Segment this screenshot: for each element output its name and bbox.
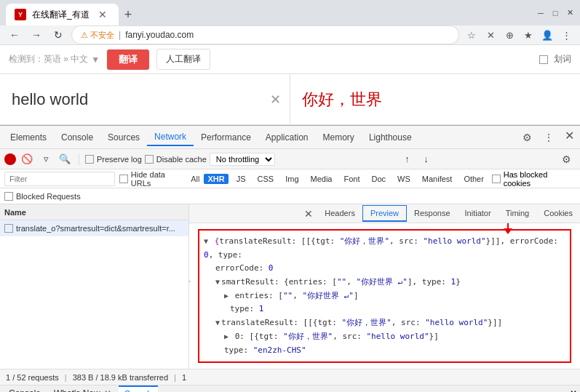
tab-headers[interactable]: Headers	[317, 206, 362, 222]
new-tab-button[interactable]: +	[119, 4, 138, 25]
expand-icon-3[interactable]: ▶	[224, 289, 229, 302]
back-button[interactable]: ←	[6, 26, 23, 44]
search-icon[interactable]: 🔍	[57, 151, 73, 167]
upload-download-icons: ↑ ↓	[399, 151, 434, 167]
filter-css[interactable]: CSS	[254, 174, 278, 184]
detail-close-button[interactable]: ✕	[300, 208, 317, 220]
profile-icon[interactable]: 👤	[539, 27, 555, 43]
filter-input[interactable]	[4, 172, 115, 186]
close-button[interactable]: ✕	[565, 9, 574, 17]
tab-cookies[interactable]: Cookies	[536, 206, 580, 222]
devtools-panel: Elements Console Sources Network Perform…	[0, 125, 580, 385]
filter-font[interactable]: Font	[340, 174, 363, 184]
preview-line-8: type: "en2zh-CHS"	[204, 344, 565, 358]
bottom-tab-search[interactable]: Search	[119, 385, 158, 392]
server-annotation: 服务器响应内容	[189, 274, 191, 289]
tab-preview[interactable]: Preview	[362, 205, 407, 222]
throttle-select[interactable]: No throttling	[210, 153, 275, 166]
devtools-more-icon[interactable]: ⋮	[540, 129, 557, 146]
human-translate-button[interactable]: 人工翻译	[156, 49, 210, 70]
tab-initiator[interactable]: Initiator	[458, 206, 498, 222]
clear-button[interactable]: ✕	[270, 92, 281, 108]
translate-output: 你好，世界	[290, 74, 580, 124]
download-icon[interactable]: ↓	[418, 151, 434, 167]
filter-all-label[interactable]: All	[191, 175, 199, 183]
blocked-requests-label: Blocked Requests	[16, 192, 81, 201]
whats-new-close[interactable]: ✕	[104, 388, 111, 392]
maximize-button[interactable]: □	[551, 9, 560, 17]
has-blocked-label: Has blocked cookies	[504, 170, 576, 188]
extension3-icon[interactable]: ★	[520, 27, 536, 43]
expand-icon-2[interactable]: ▼	[215, 276, 220, 288]
record-button[interactable]	[4, 153, 16, 165]
tab-response[interactable]: Response	[407, 206, 458, 222]
url-input[interactable]: ⚠ 不安全 | fanyi.youdao.com	[71, 25, 459, 44]
extension2-icon[interactable]: ⊕	[501, 27, 517, 43]
filter-js[interactable]: JS	[233, 174, 250, 184]
filter-media[interactable]: Media	[307, 174, 336, 184]
request-item[interactable]: translate_o?smartresult=dict&smartresult…	[0, 220, 188, 236]
filter-img[interactable]: Img	[282, 174, 302, 184]
tab-elements[interactable]: Elements	[3, 129, 54, 145]
clear-log-icon[interactable]: 🚫	[19, 151, 35, 167]
has-blocked-cookies[interactable]: Has blocked cookies	[492, 170, 576, 188]
input-text: hello world	[12, 90, 88, 109]
blocked-cookies-box[interactable]	[492, 175, 501, 183]
request-list-header: Name	[0, 204, 188, 220]
fudao-checkbox[interactable]	[539, 55, 548, 64]
preview-line-2: errorCode: 0	[204, 262, 565, 276]
filter-other[interactable]: Other	[460, 174, 488, 184]
detail-panel: ✕ Headers Preview Response Initiator Tim…	[189, 204, 580, 369]
expand-icon-5[interactable]: ▶	[224, 330, 229, 343]
bottom-bar: Console What's New ✕ Search ✕	[0, 385, 580, 392]
tab-memory[interactable]: Memory	[316, 129, 362, 145]
tab-timing[interactable]: Timing	[498, 206, 537, 222]
minimize-button[interactable]: ─	[536, 9, 545, 17]
settings-icon[interactable]: ⚙	[518, 129, 536, 146]
menu-icon[interactable]: ⋮	[558, 27, 574, 43]
forward-button[interactable]: →	[28, 26, 45, 44]
translate-button[interactable]: 翻译	[107, 49, 149, 70]
xhr-filter-badge[interactable]: XHR	[204, 174, 228, 184]
network-settings-icon[interactable]: ⚙	[558, 151, 576, 168]
expand-icon-4[interactable]: ▼	[215, 316, 220, 329]
translate-input[interactable]: hello world ✕	[0, 74, 290, 124]
request-checkbox[interactable]	[4, 224, 13, 233]
preserve-checkbox-box[interactable]	[85, 155, 94, 164]
tab-network[interactable]: Network	[147, 129, 194, 146]
filter-manifest[interactable]: Manifest	[418, 174, 456, 184]
tab-console[interactable]: Console	[54, 129, 100, 145]
tab-sources[interactable]: Sources	[100, 129, 147, 145]
request-name: translate_o?smartresult=dict&smartresult…	[16, 224, 175, 233]
request-list: Name translate_o?smartresult=dict&smartr…	[0, 204, 189, 369]
tab-application[interactable]: Application	[258, 129, 316, 145]
hide-data-urls-checkbox[interactable]: Hide data URLs	[119, 170, 186, 188]
upload-icon[interactable]: ↑	[399, 151, 415, 167]
extension1-icon[interactable]: ✕	[482, 27, 498, 43]
bottom-tab-console[interactable]: Console	[3, 386, 47, 392]
tab-performance[interactable]: Performance	[194, 129, 258, 145]
preserve-log-label: Preserve log	[97, 155, 142, 164]
filter-doc[interactable]: Doc	[368, 174, 390, 184]
refresh-button[interactable]: ↻	[49, 26, 67, 44]
network-main: Name translate_o?smartresult=dict&smartr…	[0, 204, 580, 369]
devtools-close-button[interactable]: ✕	[562, 129, 577, 146]
blocked-requests-checkbox[interactable]	[4, 192, 13, 201]
tab-lighthouse[interactable]: Lighthouse	[362, 129, 419, 145]
filter-ws[interactable]: WS	[394, 174, 414, 184]
bottom-tab-whats-new[interactable]: What's New ✕	[48, 386, 117, 392]
filter-icon[interactable]: ▿	[38, 151, 54, 167]
preserve-log-checkbox[interactable]: Preserve log	[85, 155, 142, 164]
hide-data-urls-label: Hide data URLs	[131, 170, 186, 188]
bookmark-icon[interactable]: ☆	[464, 27, 480, 43]
disable-cache-checkbox[interactable]: Disable cache	[145, 155, 207, 164]
expand-icon-1[interactable]: ▼	[204, 235, 208, 247]
active-tab[interactable]: Y 在线翻译_有道 ✕	[6, 4, 119, 25]
tab-title: 在线翻译_有道	[32, 9, 90, 21]
tab-close-button[interactable]: ✕	[95, 7, 110, 22]
preview-content: 预览响应内容 服务器响应内容 ▼ {translateResult: [[{tg…	[189, 223, 580, 369]
disable-cache-box[interactable]	[145, 155, 154, 164]
tab-bar: Y 在线翻译_有道 ✕ +	[6, 0, 138, 25]
hide-data-checkbox-box[interactable]	[119, 175, 128, 183]
bottom-close-button[interactable]: ✕	[570, 388, 577, 392]
